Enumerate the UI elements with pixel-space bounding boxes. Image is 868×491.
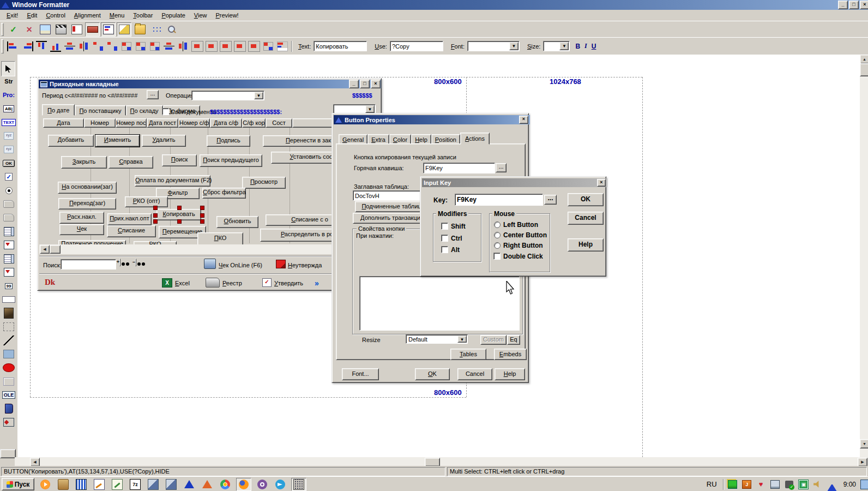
form-tab-2[interactable]: По складу [126,105,163,116]
font-button[interactable]: Font... [342,368,379,380]
menu-view[interactable]: View [190,11,212,20]
form-button-25[interactable]: ПКО [197,232,243,246]
column-header-7[interactable]: Сост [266,118,292,128]
column-header-2[interactable]: Номер пост [116,118,147,128]
form-button-16[interactable]: РКО (опт) [125,196,168,207]
unapproved-link[interactable]: Неутвержда [288,262,322,268]
embeds-button[interactable]: Embeds [494,349,527,360]
input-key-dialog[interactable]: Input Key × Key: ... OK Cancel Help Modi… [420,176,606,277]
form-tab-0[interactable]: По дате [42,104,75,116]
chevron-down-icon[interactable]: ▼ [365,105,375,113]
transaction-button[interactable]: Дополнить транзакци [353,213,428,224]
usb-ok-icon-button[interactable] [785,480,794,489]
zoom-icon-button[interactable] [164,22,179,37]
java-icon-button[interactable]: J [742,480,752,489]
chrome-icon-button[interactable] [218,478,232,490]
align-top-icon-button[interactable] [34,39,49,53]
pair-bottom-icon-button[interactable] [134,39,148,53]
italic-button[interactable]: I [584,42,587,50]
resize-width-icon-button[interactable] [176,39,190,53]
space-horizontal-icon-button[interactable] [105,39,119,53]
center-button-radio[interactable] [494,232,501,238]
image-tool[interactable] [1,307,16,320]
align-left-icon-button[interactable] [6,39,20,53]
help-button[interactable]: Help [495,368,525,380]
eq-button[interactable]: Eq [507,335,520,345]
form-button-8[interactable]: Поиск предыдущего [200,154,262,167]
form-titlebar[interactable]: Приходные накладные _ □ × [39,80,382,88]
text-input[interactable] [314,41,366,51]
alt-checkbox[interactable] [441,246,448,253]
form-close-button[interactable]: × [371,80,381,88]
form-button-6[interactable]: Справка [108,156,153,169]
ok-button[interactable]: OK [568,193,604,206]
apply-check-icon-button[interactable]: ✓ [6,22,21,37]
telegram-icon-button[interactable] [273,478,287,490]
input-key-close-icon[interactable]: × [597,179,606,187]
expand-both-icon-button[interactable] [247,39,261,53]
form-button-1[interactable]: Изменить [95,135,140,147]
more-chevron[interactable]: » [315,279,319,288]
progress-tool[interactable] [1,293,16,306]
tables-button[interactable]: Tables [450,349,486,360]
cancel-button[interactable]: Cancel [568,212,604,225]
explorer-folder-icon-button[interactable] [56,478,70,490]
double-click-checkbox[interactable] [493,253,501,260]
region-tool[interactable] [1,320,16,333]
selection-handle-w[interactable] [153,213,158,218]
droplist-tool[interactable] [1,416,16,429]
shift-checkbox[interactable] [441,223,448,230]
props-tab-actions[interactable]: Actions [460,133,490,145]
designed-form-window[interactable]: Приходные накладные _ □ × Период с <#/##… [37,78,382,291]
selection-handle-s[interactable] [177,219,182,224]
chevron-down-icon[interactable]: ▼ [559,42,569,50]
tab-tool[interactable] [1,197,16,211]
hotkey-more-button[interactable]: ... [496,163,507,172]
language-indicator[interactable]: RU [707,480,717,488]
building-icon-button[interactable] [291,478,306,491]
form-button-3[interactable]: Подпись [207,135,250,147]
entry-tool[interactable]: AB| [1,102,16,115]
form-button-23[interactable]: Списание [107,225,156,237]
line-tool[interactable] [1,334,16,347]
expand-bottom-icon-button[interactable] [233,39,247,53]
search-prev-icon[interactable] [135,259,136,266]
report-icon-button[interactable] [69,22,84,37]
form-hscrollbar[interactable]: ◀ [39,244,377,254]
registry-link[interactable]: Реестр [222,280,242,286]
form-min-button[interactable]: _ [349,80,359,88]
volume-icon-button[interactable] [813,480,823,489]
menu-populate[interactable]: Populate [157,11,189,20]
picture-icon-button[interactable] [38,22,52,37]
menu-alignment[interactable]: Alignment [70,11,105,20]
use-input[interactable] [390,41,443,51]
7zip-icon-button[interactable]: 7z [128,478,142,490]
button-tool[interactable]: OK [1,157,16,170]
format-toolbar-grip[interactable] [1,39,4,53]
form-button-14[interactable]: Сброс фильтра [202,188,246,199]
search-next-icon[interactable] [119,259,120,266]
form-button-18[interactable]: Расх.накл. [59,212,104,224]
brick-icon-button[interactable] [85,22,100,37]
menu-menu[interactable]: Menu [105,11,129,20]
close-button[interactable]: × [860,1,868,9]
pyramid-orange-icon-button[interactable] [200,478,214,490]
start-button[interactable]: Пуск [2,478,34,490]
excel-link[interactable]: Excel [175,280,190,286]
chevron-down-icon[interactable]: ▼ [254,92,263,99]
minimize-button[interactable]: _ [838,1,848,9]
head-table-input[interactable] [353,191,430,200]
form-tab-1[interactable]: По поставщику [75,105,125,116]
subtables-button[interactable]: Подчиненные таблиц [355,201,428,212]
pair-mixed-icon-button[interactable] [148,39,162,53]
form-button-10[interactable]: Оплата по документам (F2) [135,175,210,187]
on-press-edit[interactable] [359,276,520,331]
ole-tool[interactable]: OLE [1,388,16,402]
order-icon-button[interactable] [275,39,290,53]
scroll-down-icon[interactable]: ▼ [860,439,868,448]
resize-height-icon-button[interactable] [162,39,176,53]
column-header-6[interactable]: С/ф кор [242,118,266,128]
wordpad-icon-button[interactable] [92,478,106,490]
form-button-17[interactable]: Копировать [156,209,201,220]
maximize-button[interactable]: □ [849,1,859,9]
